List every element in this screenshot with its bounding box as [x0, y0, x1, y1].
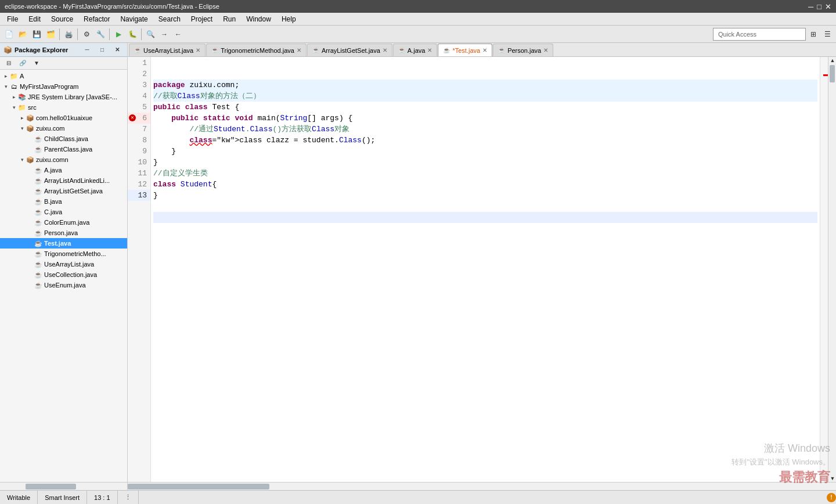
tree-arrow-myfirst[interactable]: ▾ [2, 84, 9, 89]
tree-item-usecollection[interactable]: ☕UseCollection.java [0, 269, 127, 280]
tab-arraylistgetset[interactable]: ☕ArrayListGetSet.java✕ [307, 44, 392, 56]
tab-close-usearraylist[interactable]: ✕ [196, 47, 200, 53]
tree-item-trig[interactable]: ☕TrigonometricMetho... [0, 249, 127, 259]
properties-button[interactable]: ⚙ [80, 28, 93, 41]
search-toolbar-button[interactable]: 🔍 [144, 28, 157, 41]
tree-item-src[interactable]: ▾📁src [0, 102, 127, 113]
tree-item-myfirst[interactable]: ▾🗂MyFirstJavaProgram [0, 81, 127, 92]
tree-item-com.hello[interactable]: ▸📦com.hello01kuaixue [0, 113, 127, 123]
tree-item-parentclass[interactable]: ☕ParentClass.java [0, 144, 127, 154]
tab-trigonometric[interactable]: ☕TrigonometricMethod.java✕ [206, 44, 307, 56]
scroll-track[interactable] [830, 65, 835, 474]
tree-item-person[interactable]: ☕Person.java [0, 228, 127, 238]
line-number-11: 11 [128, 168, 150, 179]
tab-close-test-java[interactable]: ✕ [482, 47, 487, 53]
tree-icon-src: 📁 [17, 103, 27, 112]
tree-item-colorenum[interactable]: ☕ColorEnum.java [0, 217, 127, 228]
maximize-button[interactable]: □ [817, 2, 821, 11]
perspectives-button[interactable]: ⊞ [807, 28, 820, 41]
save-button[interactable]: 💾 [30, 28, 43, 41]
menu-navigate[interactable]: Navigate [116, 14, 152, 24]
run-button[interactable]: ▶ [112, 28, 125, 41]
menu-run[interactable]: Run [218, 14, 240, 24]
menu-bar: File Edit Source Refactor Navigate Searc… [0, 13, 836, 26]
code-line-11: } [153, 190, 817, 201]
minimize-sidebar-button[interactable]: ─ [81, 44, 93, 56]
tab-close-person-java[interactable]: ✕ [543, 47, 548, 53]
tree-arrow-com.hello[interactable]: ▸ [19, 115, 26, 121]
menu-window[interactable]: Window [242, 14, 276, 24]
tree-item-a[interactable]: ▸📁A [0, 71, 127, 81]
code-line-8: } [153, 157, 817, 168]
open-button[interactable]: 📂 [16, 28, 29, 41]
settings-button[interactable]: 🔧 [94, 28, 107, 41]
menu-project[interactable]: Project [186, 14, 217, 24]
scroll-down-button[interactable]: ▼ [828, 475, 836, 482]
tree-item-zuixu.com[interactable]: ▾📦zuixu.com [0, 123, 127, 134]
link-editor-button[interactable]: 🔗 [16, 57, 29, 70]
tree-item-b.java[interactable]: ☕B.java [0, 196, 127, 207]
sep2 [77, 28, 78, 40]
minimize-button[interactable]: ─ [808, 2, 813, 11]
menu-search[interactable]: Search [154, 14, 185, 24]
tab-usearraylist[interactable]: ☕UseArrayList.java✕ [129, 44, 206, 56]
menu-help[interactable]: Help [277, 14, 301, 24]
notification-icon[interactable]: ! [827, 493, 836, 502]
line-number-7: 7 [128, 124, 150, 135]
tree-item-usearray[interactable]: ☕UseArrayList.java [0, 259, 127, 269]
close-button[interactable]: ✕ [825, 2, 831, 11]
hscroll-thumb[interactable] [128, 484, 269, 489]
package-explorer-panel: 📦 Package Explorer ─ □ ✕ ⊟ 🔗 ▼ ▸📁A▾🗂MyFi… [0, 43, 128, 490]
open-perspective-button[interactable]: ☰ [821, 28, 834, 41]
sidebar-horizontal-scrollbar[interactable] [0, 482, 127, 490]
code-editor[interactable]: 12345✕678910111213 package zuixu.comn; /… [128, 57, 820, 482]
tree-item-c.java[interactable]: ☕C.java [0, 207, 127, 217]
status-bar: Writable Smart Insert 13 : 1 ⋮ ! [0, 490, 836, 504]
tab-label-person-java: Person.java [507, 47, 541, 54]
sidebar-menu-button[interactable]: ▼ [30, 57, 43, 70]
new-button[interactable]: 📄 [2, 28, 15, 41]
title-text: eclipse-workspace - MyFirstJavaProgram/s… [5, 3, 219, 10]
tree-item-childclass[interactable]: ☕ChildClass.java [0, 134, 127, 144]
tab-close-a-java[interactable]: ✕ [427, 47, 432, 53]
tree-arrow-a[interactable]: ▸ [2, 73, 9, 79]
collapse-all-button[interactable]: ⊟ [2, 57, 15, 70]
menu-refactor[interactable]: Refactor [79, 14, 114, 24]
tree-item-a.java[interactable]: ☕A.java [0, 165, 127, 175]
tree-arrow-jre[interactable]: ▸ [10, 94, 17, 100]
tree-item-jre[interactable]: ▸📚JRE System Library [JavaSE-... [0, 92, 127, 102]
editor-vertical-scrollbar[interactable]: ▲ ▼ [828, 57, 836, 482]
tab-person-java[interactable]: ☕Person.java✕ [493, 44, 553, 56]
hscroll-track[interactable] [128, 483, 836, 490]
scroll-up-button[interactable]: ▲ [828, 57, 836, 64]
next-button[interactable]: → [158, 28, 171, 41]
print-button[interactable]: 🖨️ [62, 28, 75, 41]
close-sidebar-button[interactable]: ✕ [111, 44, 124, 56]
code-content[interactable]: package zuixu.comn; //获取Class对象的方法（二） pu… [151, 57, 820, 482]
quick-access-input[interactable]: Quick Access [713, 28, 806, 41]
code-horizontal-scrollbar[interactable] [128, 482, 836, 490]
tree-icon-zuixu.com: 📦 [26, 124, 35, 133]
tree-item-arraylist[interactable]: ☕ArrayListAndLinkedLi... [0, 175, 127, 186]
tree-item-arraylistget[interactable]: ☕ArrayListGetSet.java [0, 186, 127, 196]
tree-arrow-zuixu.com[interactable]: ▾ [19, 125, 26, 131]
tree-arrow-src[interactable]: ▾ [10, 105, 17, 110]
back-button[interactable]: ← [172, 28, 185, 41]
menu-source[interactable]: Source [46, 14, 78, 24]
tree-icon-trig: ☕ [34, 249, 43, 258]
tree-item-useenum[interactable]: ☕UseEnum.java [0, 280, 127, 290]
tree-item-zuixu.comn[interactable]: ▾📦zuixu.comn [0, 154, 127, 165]
tree-item-test[interactable]: ☕Test.java [0, 238, 127, 249]
scroll-thumb[interactable] [830, 65, 835, 82]
menu-edit[interactable]: Edit [24, 14, 45, 24]
menu-file[interactable]: File [2, 14, 23, 24]
tree-arrow-zuixu.comn[interactable]: ▾ [19, 157, 26, 163]
tab-a-java[interactable]: ☕A.java✕ [393, 44, 438, 56]
tab-test-java[interactable]: ☕*Test.java✕ [438, 44, 492, 56]
tab-close-trigonometric[interactable]: ✕ [297, 47, 301, 53]
maximize-sidebar-button[interactable]: □ [96, 44, 109, 56]
debug-button[interactable]: 🐛 [126, 28, 139, 41]
tab-close-arraylistgetset[interactable]: ✕ [383, 47, 387, 53]
tree-label-usecollection: UseCollection.java [44, 271, 97, 278]
save-all-button[interactable]: 🗂️ [44, 28, 57, 41]
